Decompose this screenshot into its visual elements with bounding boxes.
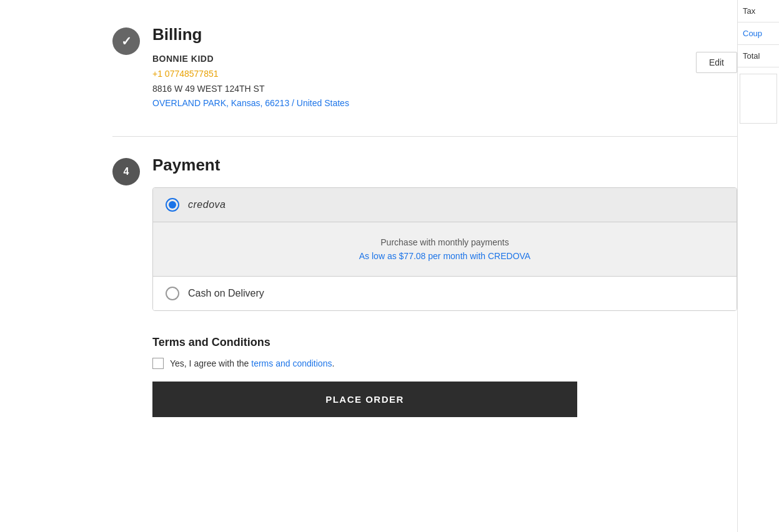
billing-city-state: OVERLAND PARK, Kansas, 66213 / (152, 98, 294, 108)
billing-country-link[interactable]: United States (297, 98, 349, 108)
billing-section: ✓ Billing BONNIE KIDD +1 07748577851 881… (112, 12, 737, 130)
billing-name: BONNIE KIDD (152, 52, 349, 67)
payment-content: Payment credova Purchase with monthly pa… (152, 155, 737, 311)
terms-link[interactable]: terms and conditions (251, 358, 332, 368)
credova-description: Purchase with monthly payments (166, 237, 724, 247)
payment-option-credova[interactable]: credova (153, 188, 737, 222)
payment-title: Payment (152, 155, 737, 175)
terms-title: Terms and Conditions (152, 336, 737, 349)
terms-section: Terms and Conditions Yes, I agree with t… (112, 330, 737, 382)
payment-option-cash[interactable]: Cash on Delivery (153, 276, 737, 310)
sidebar-tax: Tax (738, 0, 779, 22)
right-sidebar: Tax Coup Total (737, 0, 779, 532)
billing-edit-button[interactable]: Edit (696, 52, 737, 73)
payment-step-icon: 4 (112, 158, 140, 185)
credova-details: Purchase with monthly payments As low as… (153, 222, 737, 276)
credova-link[interactable]: As low as $77.08 per month with CREDOVA (166, 251, 724, 261)
credova-label: credova (188, 199, 226, 210)
terms-text-link-prefix: the (237, 358, 251, 368)
main-content: ✓ Billing BONNIE KIDD +1 07748577851 881… (112, 0, 737, 532)
sidebar-total: Total (738, 45, 779, 67)
billing-divider (112, 136, 737, 137)
billing-content: Billing BONNIE KIDD +1 07748577851 8816 … (152, 25, 737, 111)
billing-details: BONNIE KIDD +1 07748577851 8816 W 49 WES… (152, 52, 349, 111)
credova-radio-button[interactable] (166, 198, 179, 212)
cash-radio-button[interactable] (166, 287, 179, 300)
billing-info: BONNIE KIDD +1 07748577851 8816 W 49 WES… (152, 52, 737, 111)
terms-text-after: . (332, 358, 334, 368)
terms-text: Yes, I agree with the terms and conditio… (170, 358, 334, 368)
terms-checkbox-row: Yes, I agree with the terms and conditio… (152, 358, 737, 369)
sidebar-coupon[interactable]: Coup (738, 22, 779, 45)
sidebar-white-box (740, 74, 777, 124)
payment-options: credova Purchase with monthly payments A… (152, 187, 737, 311)
terms-checkbox[interactable] (152, 358, 164, 369)
billing-phone: +1 07748577851 (152, 67, 349, 82)
billing-title: Billing (152, 25, 737, 44)
payment-step-number: 4 (124, 166, 129, 177)
billing-address-line1: 8816 W 49 WEST 124TH ST (152, 82, 349, 97)
billing-address-line2: OVERLAND PARK, Kansas, 66213 / United St… (152, 96, 349, 111)
cash-label: Cash on Delivery (188, 288, 264, 299)
payment-section: 4 Payment credova Purchase with monthly … (112, 155, 737, 330)
place-order-button[interactable]: PLACE ORDER (152, 382, 577, 417)
terms-text-before: Yes, I agree with (170, 358, 237, 368)
billing-check-icon: ✓ (112, 27, 140, 55)
